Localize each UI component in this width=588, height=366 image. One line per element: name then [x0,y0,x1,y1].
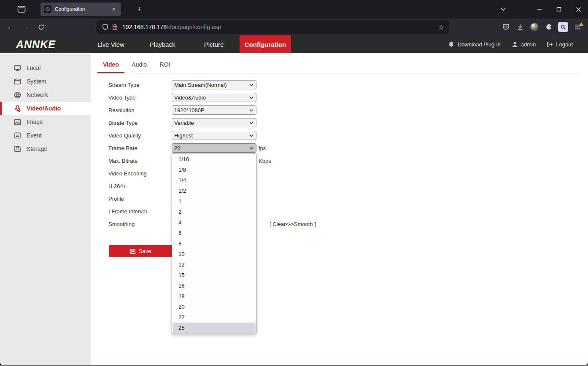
chevron-down-icon [249,96,254,99]
tab-audio[interactable]: Audio [126,61,152,72]
user-icon [512,41,518,48]
reload-button[interactable] [34,21,48,33]
nav-configuration[interactable]: Configuration [240,35,291,53]
app-header: ANNKE Live View Playback Picture Configu… [0,35,588,53]
field-label: Stream Type [108,82,172,88]
insecure-lock-icon[interactable] [112,24,118,30]
dropdown-option[interactable]: 2 [173,207,256,217]
dropdown-option[interactable]: 4 [173,217,256,228]
form-row: H.264+ [91,180,588,192]
logout-label: Logout [556,41,573,48]
dropdown-option[interactable]: 12 [173,259,256,270]
bookmark-star-icon[interactable]: ☆ [438,23,444,31]
sidebar-label: Local [27,65,40,71]
pocket-icon[interactable] [499,21,513,33]
bitrate-type-select[interactable]: Variable [172,118,256,127]
browser-titlebar: Configuration × + [0,0,588,19]
tracking-shield-icon[interactable] [102,24,108,30]
url-path: /doc/page/config.asp [167,24,221,30]
dropdown-option[interactable]: 8 [173,238,256,249]
tab-video[interactable]: Video [97,61,124,73]
dropdown-option[interactable]: 18 [173,291,256,301]
form-row: Profile [91,192,588,205]
dropdown-option[interactable]: 16 [173,280,256,291]
video-type-select[interactable]: Video&Audio [172,93,256,102]
browser-tab[interactable]: Configuration × [40,3,121,16]
video-settings-form: Stream Type Main Stream(Normal) Video Ty… [91,78,588,230]
field-label: Video Encoding [108,170,172,177]
form-row: Smoothing [ Clear<->Smooth ] [91,218,588,230]
sidebar-item-storage[interactable]: Storage [0,142,91,156]
username-label: admin [521,41,536,48]
storage-icon [14,145,21,152]
select-value: Variable [174,120,194,126]
downloads-icon[interactable] [513,21,527,33]
dropdown-option[interactable]: 1/2 [173,186,256,196]
menu-alert-badge [579,22,583,26]
dropdown-option[interactable]: 1/16 [173,154,256,164]
logout-icon [547,41,553,48]
system-icon [14,78,21,85]
close-button[interactable] [569,0,588,19]
sidebar-item-image[interactable]: Image [0,115,91,129]
tab-list-chevron-icon[interactable] [494,0,513,19]
sidebar-label: Storage [27,145,47,152]
download-plugin-button[interactable]: Download Plug-in [448,41,501,48]
nav-live-view[interactable]: Live View [85,35,137,53]
form-row: I Frame Interval [91,205,588,218]
logout-button[interactable]: Logout [547,41,573,48]
dropdown-option[interactable]: 22 [173,312,256,323]
account-avatar[interactable] [527,21,542,33]
dropdown-option-highlighted[interactable]: 25 [173,323,256,333]
dropdown-option[interactable]: 6 [173,228,256,238]
sidebar-item-local[interactable]: Local [0,61,91,75]
dropdown-option[interactable]: 20 [173,301,256,312]
nav-playback[interactable]: Playback [137,35,188,53]
video-quality-select[interactable]: Highest [172,131,256,140]
dropdown-option[interactable]: 1/8 [173,164,256,175]
dropdown-option[interactable]: 10 [173,249,256,259]
search-extension-icon[interactable] [556,21,570,33]
tab-roi[interactable]: ROI [154,61,176,72]
select-value: 1920*1080P [174,107,205,113]
sidebar-item-video-audio[interactable]: Video/Audio [0,102,91,115]
url-bar[interactable]: 192.168.178.178/doc/page/config.asp ☆ [96,20,449,34]
fps-unit-label: fps [259,145,266,151]
resolution-select[interactable]: 1920*1080P [172,105,256,115]
sidebar-label: Image [27,118,43,125]
extensions-puzzle-icon[interactable] [542,21,556,33]
chevron-down-icon [249,83,254,86]
nav-picture[interactable]: Picture [188,35,240,53]
chevron-down-icon [249,147,254,150]
new-tab-button[interactable]: + [133,3,145,15]
tab-close-icon[interactable]: × [111,5,117,13]
form-row: Frame Rate 20 fps [91,142,588,154]
dropdown-option[interactable]: 1 [173,196,256,207]
minimize-button[interactable] [530,0,549,19]
form-row: Video Quality Highest [91,129,588,142]
stream-type-select[interactable]: Main Stream(Normal) [172,80,256,89]
firefox-view-icon[interactable] [12,3,31,16]
sidebar-item-system[interactable]: System [0,75,91,88]
save-floppy-icon [130,248,136,254]
forward-button[interactable]: → [19,21,32,33]
dropdown-option[interactable]: 15 [173,270,256,280]
form-row: Video Encoding [91,167,588,180]
field-label: Resolution [108,107,172,113]
dropdown-option[interactable]: 1/4 [173,175,256,186]
user-menu[interactable]: admin [512,41,536,48]
annke-logo: ANNKE [16,38,56,51]
camera-favicon [44,5,51,13]
field-label: Video Type [108,94,172,101]
maximize-button[interactable] [549,0,569,19]
menu-hamburger-icon[interactable] [570,21,585,33]
field-label: H.264+ [108,183,172,189]
smoothing-hint-label: [ Clear<->Smooth ] [270,221,316,227]
frame-rate-select[interactable]: 20 [172,143,256,153]
frame-rate-dropdown: 1/16 1/8 1/4 1/2 1 2 4 6 8 10 12 15 16 1… [172,153,256,334]
field-label: I Frame Interval [108,208,172,215]
save-button[interactable]: Save [109,245,172,257]
sidebar-item-network[interactable]: Network [0,88,91,102]
back-button[interactable]: ← [4,21,17,33]
sidebar-item-event[interactable]: Event [0,129,91,142]
